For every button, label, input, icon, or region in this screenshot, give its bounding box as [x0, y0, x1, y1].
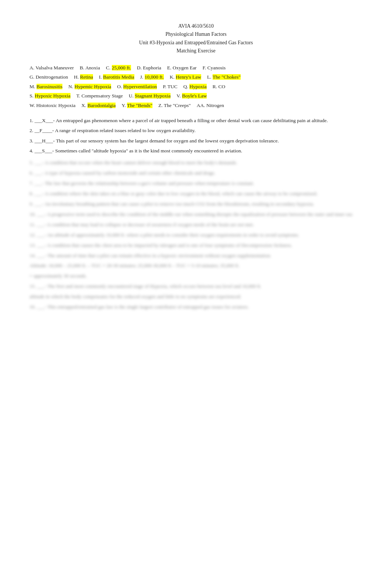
- question-item: 2. __F____- A range of respiration relat…: [30, 127, 362, 135]
- term-label: Cyanosis: [207, 65, 226, 70]
- blurred-line: 10. ___- A progressive term used to desc…: [30, 210, 362, 219]
- term-item-t: T. Compensatory Stage: [76, 92, 123, 100]
- terms-row: G. DenitrogenationH. RetinaI. Barotitis …: [30, 73, 362, 82]
- blurred-line: = approximately 30 seconds.: [30, 272, 362, 280]
- term-label: Barosinusitis: [37, 84, 63, 89]
- term-item-d: D. Euphoria: [137, 63, 161, 72]
- term-item-w: W. Histotoxic Hypoxia: [30, 101, 75, 110]
- term-item-f: F. Cyanosis: [203, 63, 226, 72]
- term-item-x: X. Barodontalgia: [81, 101, 116, 110]
- term-label: Anoxia: [85, 65, 100, 70]
- blurred-content: 5. ___- A condition that occurs when the…: [30, 159, 362, 311]
- term-id: B.: [80, 65, 85, 70]
- blurred-line: 5. ___- A condition that occurs when the…: [30, 159, 362, 167]
- term-label: 25,000 ft.: [112, 65, 131, 70]
- term-label: Boyle's Law: [182, 93, 207, 99]
- term-id: G.: [30, 74, 36, 80]
- term-item-o: O. Hyperventilation: [117, 82, 157, 91]
- term-id: Q.: [183, 84, 190, 89]
- question-text: - Sometimes called "altitude hypoxia" as…: [52, 148, 243, 154]
- term-id: X.: [81, 103, 87, 108]
- term-item-m: M. Barosinusitis: [30, 82, 62, 91]
- blurred-line: 9. ___- An involuntary breathing pattern…: [30, 200, 362, 208]
- term-id: P.: [163, 84, 168, 89]
- term-id: D.: [137, 65, 143, 70]
- term-label: CO: [218, 84, 225, 89]
- term-item-p: P. TUC: [163, 82, 178, 91]
- question-blank: ___S___: [35, 148, 52, 154]
- question-item: 4. ___S___- Sometimes called "altitude h…: [30, 147, 362, 155]
- term-item-h: H. Retina: [74, 73, 93, 82]
- term-item-a: A. Valsalva Maneuver: [30, 63, 74, 72]
- terms-row: W. Histotoxic HypoxiaX. BarodontalgiaY. …: [30, 101, 362, 110]
- page-header: AVIA 4610/5610 Physiological Human Facto…: [30, 22, 362, 55]
- term-label: Barotitis Media: [103, 74, 134, 80]
- terms-row: S. Hypoxic HypoxiaT. Compensatory StageU…: [30, 92, 362, 100]
- term-id: Y.: [121, 103, 127, 108]
- term-label: Histotoxic Hypoxia: [36, 103, 75, 108]
- term-label: Retina: [80, 74, 93, 80]
- term-label: Barodontalgia: [87, 103, 116, 108]
- question-item: 1. ___X___- An entrapped gas phenomenon …: [30, 117, 362, 125]
- term-id: Z.: [158, 103, 164, 108]
- term-id: J.: [140, 74, 145, 80]
- term-label: Hypemic Hypoxia: [75, 84, 111, 89]
- blurred-line: 13. ___- A condition that causes the che…: [30, 241, 362, 250]
- term-item-c: C. 25,000 ft.: [106, 63, 131, 72]
- term-item-n: N. Hypemic Hypoxia: [68, 82, 111, 91]
- term-label: TUC: [168, 84, 178, 89]
- question-number: 1.: [30, 118, 35, 123]
- question-blank: ___X___: [35, 118, 53, 123]
- term-item-r: R. CO: [213, 82, 226, 91]
- header-line4: Matching Exercise: [30, 47, 362, 55]
- term-label: Denitrogenation: [36, 74, 68, 80]
- term-label: Hypoxia: [189, 84, 207, 89]
- terms-row: A. Valsalva ManeuverB. AnoxiaC. 25,000 f…: [30, 63, 362, 72]
- question-number: 2.: [30, 128, 35, 133]
- question-number: 4.: [30, 148, 35, 154]
- term-label: Oxygen Ear: [173, 65, 197, 70]
- blurred-line: 7. ___- The law that governs the relatio…: [30, 179, 362, 188]
- term-label: Henry's Law: [176, 74, 201, 80]
- term-label: The "Chokes": [213, 74, 241, 80]
- term-id: T.: [76, 93, 82, 99]
- term-label: 10,000 ft.: [145, 74, 164, 80]
- term-id: K.: [170, 74, 176, 80]
- term-id: V.: [176, 93, 182, 99]
- header-line1: AVIA 4610/5610: [30, 22, 362, 30]
- term-item-l: L. The "Chokes": [207, 73, 241, 82]
- term-item-j: J. 10,000 ft.: [140, 73, 164, 82]
- terms-row: M. BarosinusitisN. Hypemic HypoxiaO. Hyp…: [30, 82, 362, 91]
- term-item-g: G. Denitrogenation: [30, 73, 68, 82]
- term-label: Nitrogen: [206, 103, 224, 108]
- term-label: Euphoria: [143, 65, 161, 70]
- question-blank: ___H___: [35, 138, 53, 144]
- questions-section: 1. ___X___- An entrapped gas phenomenon …: [30, 117, 362, 155]
- term-item-y: Y. The "Bends": [121, 101, 152, 110]
- term-item-z: Z. The "Creeps": [158, 101, 191, 110]
- term-id: S.: [30, 93, 35, 99]
- blurred-line: 16. ___- This entrapped/entrained gas la…: [30, 303, 362, 311]
- blurred-line: 8. ___- A condition where the skin takes…: [30, 190, 362, 198]
- term-id: U.: [129, 93, 135, 99]
- term-item-e: E. Oxygen Ear: [167, 63, 197, 72]
- question-number: 3.: [30, 138, 35, 144]
- term-id: N.: [68, 84, 75, 89]
- term-id: W.: [30, 103, 36, 108]
- term-id: E.: [167, 65, 173, 70]
- blurred-line: 15. ___- The first and most commonly enc…: [30, 282, 362, 291]
- term-id: C.: [106, 65, 112, 70]
- blurred-line: 14. ___- The amount of time that a pilot…: [30, 252, 362, 260]
- blurred-line: Altitude: 18,000 – 25,000 ft. – TUC = 20…: [30, 262, 362, 270]
- term-id: M.: [30, 84, 37, 89]
- header-line2: Physiological Human Factors: [30, 30, 362, 38]
- term-id: I.: [99, 74, 103, 80]
- blurred-line: 12. ___- An altitude of approximately 10…: [30, 231, 362, 239]
- term-id: O.: [117, 84, 123, 89]
- term-item-q: Q. Hypoxia: [183, 82, 207, 91]
- terms-section: A. Valsalva ManeuverB. AnoxiaC. 25,000 f…: [30, 63, 362, 110]
- term-item-s: S. Hypoxic Hypoxia: [30, 92, 71, 100]
- question-text: - This part of our sensory system has th…: [53, 138, 279, 144]
- question-item: 3. ___H___- This part of our sensory sys…: [30, 137, 362, 145]
- term-label: Valsalva Maneuver: [35, 65, 74, 70]
